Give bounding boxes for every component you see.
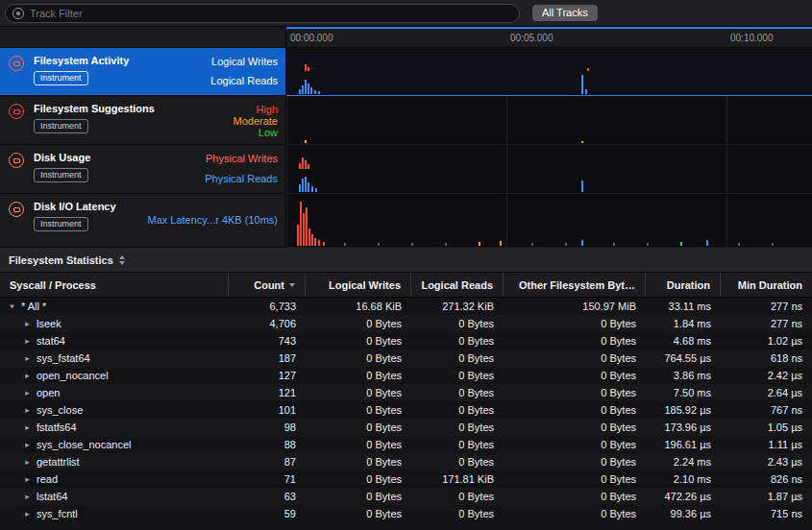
plot-area[interactable] bbox=[286, 48, 812, 248]
disclosure-collapsed-icon[interactable]: ▸ bbox=[23, 336, 32, 346]
chart-spike bbox=[311, 186, 313, 192]
track-row-filesystem-suggestions[interactable]: Filesystem SuggestionsInstrumentHighMode… bbox=[0, 96, 285, 145]
syscall-cell: ▸sys_fstat64 bbox=[0, 352, 229, 364]
track-plot-disk-i-o-latency[interactable] bbox=[286, 194, 812, 248]
disclosure-collapsed-icon[interactable]: ▸ bbox=[23, 319, 32, 328]
table-row-fstatfs64[interactable]: ▸fstatfs64980 Bytes0 Bytes0 Bytes173.96 … bbox=[0, 419, 812, 436]
table-row-lstat64[interactable]: ▸lstat64630 Bytes0 Bytes0 Bytes472.26 µs… bbox=[0, 488, 812, 505]
cell-count: 4,706 bbox=[229, 318, 306, 329]
chart-spike bbox=[308, 67, 309, 71]
cell-duration: 33.11 ms bbox=[646, 301, 721, 312]
cell-other-filesystem-bytes: 0 Bytes bbox=[504, 318, 646, 329]
table-row-sys-fcntl[interactable]: ▸sys_fcntl590 Bytes0 Bytes0 Bytes99.36 µ… bbox=[0, 505, 812, 522]
filesystem-suggestions-icon bbox=[9, 104, 24, 119]
cell-logical-writes: 0 Bytes bbox=[306, 439, 411, 450]
instrument-badge: Instrument bbox=[34, 168, 88, 182]
track-row-filesystem-activity[interactable]: Filesystem ActivityInstrumentLogical Wri… bbox=[0, 48, 285, 96]
cell-min-duration: 1.02 µs bbox=[721, 335, 812, 347]
table-row-sys-close-nocancel[interactable]: ▸sys_close_nocancel880 Bytes0 Bytes0 Byt… bbox=[0, 436, 812, 453]
table-row-lseek[interactable]: ▸lseek4,7060 Bytes0 Bytes0 Bytes1.84 ms2… bbox=[0, 315, 812, 332]
track-filter-input[interactable]: Track Filter bbox=[5, 4, 520, 23]
disclosure-collapsed-icon[interactable]: ▸ bbox=[23, 371, 32, 380]
disclosure-collapsed-icon[interactable]: ▸ bbox=[23, 353, 32, 363]
filesystem-activity-icon bbox=[9, 56, 24, 71]
chart-spike bbox=[318, 91, 320, 94]
chart-spike bbox=[310, 87, 312, 94]
cell-count: 63 bbox=[229, 491, 306, 502]
track-plot-filesystem-suggestions[interactable] bbox=[286, 96, 812, 145]
disclosure-collapsed-icon[interactable]: ▸ bbox=[23, 440, 32, 449]
cell-duration: 7.50 ms bbox=[646, 387, 721, 398]
column-header-count[interactable]: Count bbox=[229, 273, 306, 297]
cell-count: 59 bbox=[229, 508, 306, 519]
column-header-duration[interactable]: Duration bbox=[646, 273, 721, 297]
syscall-cell: ▸open bbox=[0, 387, 229, 398]
table-row-all[interactable]: ▾* All *6,73316.68 KiB271.32 KiB150.97 M… bbox=[0, 298, 812, 315]
cell-min-duration: 826 ns bbox=[721, 473, 812, 485]
column-header-logical-writes[interactable]: Logical Writes bbox=[306, 273, 411, 297]
track-label-logical-writes: Logical Writes bbox=[211, 56, 278, 67]
cell-duration: 173.96 µs bbox=[646, 422, 721, 433]
table-row-open[interactable]: ▸open1210 Bytes0 Bytes0 Bytes7.50 ms2.64… bbox=[0, 384, 812, 401]
column-header-label: Min Duration bbox=[738, 279, 802, 291]
syscall-cell: ▸getattrlist bbox=[0, 456, 229, 468]
table-row-read[interactable]: ▸read710 Bytes171.81 KiB0 Bytes2.10 ms82… bbox=[0, 470, 812, 488]
chart-spike bbox=[308, 229, 310, 246]
filesystem-suggestions-icon-glyph bbox=[13, 109, 20, 114]
all-tracks-button[interactable]: All Tracks bbox=[532, 5, 598, 21]
disclosure-collapsed-icon[interactable]: ▸ bbox=[23, 422, 32, 432]
disclosure-collapsed-icon[interactable]: ▸ bbox=[23, 492, 32, 501]
track-lane-labels: Logical WritesLogical Reads bbox=[210, 48, 278, 95]
statistics-table-header: Syscall / ProcessCountLogical WritesLogi… bbox=[0, 273, 812, 298]
track-label-low: Low bbox=[258, 127, 278, 138]
column-header-logical-reads[interactable]: Logical Reads bbox=[411, 273, 504, 297]
chart-spike bbox=[306, 207, 308, 246]
cell-duration: 2.10 ms bbox=[646, 473, 721, 485]
track-row-disk-i-o-latency[interactable]: Disk I/O LatencyInstrumentMax Latency...… bbox=[0, 194, 285, 248]
table-row-open-nocancel[interactable]: ▸open_nocancel1270 Bytes0 Bytes0 Bytes3.… bbox=[0, 367, 812, 384]
cell-other-filesystem-bytes: 0 Bytes bbox=[504, 352, 646, 364]
syscall-name: stat64 bbox=[37, 335, 65, 347]
detail-pane-popup-icon[interactable] bbox=[119, 255, 125, 265]
track-lane-labels: Max Latency...r 4KB (10ms) bbox=[147, 194, 278, 247]
cell-duration: 196.61 µs bbox=[646, 439, 721, 450]
chart-spike bbox=[344, 243, 346, 246]
track-plot-disk-usage[interactable] bbox=[286, 145, 812, 194]
cell-other-filesystem-bytes: 0 Bytes bbox=[504, 422, 646, 433]
disclosure-collapsed-icon[interactable]: ▸ bbox=[23, 388, 32, 398]
track-plot-filesystem-activity[interactable] bbox=[286, 48, 812, 96]
column-header-min-duration[interactable]: Min Duration bbox=[721, 273, 812, 297]
cell-logical-writes: 0 Bytes bbox=[306, 352, 411, 364]
disclosure-collapsed-icon[interactable]: ▸ bbox=[23, 457, 32, 467]
cell-other-filesystem-bytes: 0 Bytes bbox=[504, 387, 646, 398]
cell-logical-reads: 0 Bytes bbox=[411, 318, 504, 329]
disclosure-collapsed-icon[interactable]: ▸ bbox=[23, 474, 32, 484]
syscall-name: read bbox=[37, 473, 58, 485]
disk-io-latency-icon-glyph bbox=[13, 207, 20, 212]
disclosure-collapsed-icon[interactable]: ▸ bbox=[23, 509, 32, 518]
column-header-label: Logical Writes bbox=[329, 279, 401, 291]
chart-spike bbox=[587, 68, 589, 71]
cell-logical-writes: 0 Bytes bbox=[306, 318, 411, 329]
disclosure-expanded-icon[interactable]: ▾ bbox=[8, 301, 16, 311]
table-row-sys-close[interactable]: ▸sys_close1010 Bytes0 Bytes0 Bytes185.92… bbox=[0, 401, 812, 419]
syscall-cell: ▸stat64 bbox=[0, 335, 229, 347]
column-header-syscall-process[interactable]: Syscall / Process bbox=[0, 273, 229, 297]
cell-logical-writes: 0 Bytes bbox=[306, 456, 411, 468]
syscall-cell: ▸sys_fcntl bbox=[0, 508, 229, 519]
column-header-other-filesystem-byt[interactable]: Other Filesystem Byt… bbox=[504, 273, 646, 297]
table-row-sys-fstat64[interactable]: ▸sys_fstat641870 Bytes0 Bytes0 Bytes764.… bbox=[0, 349, 812, 367]
chart-spike bbox=[311, 234, 313, 246]
track-label-physical-writes: Physical Writes bbox=[206, 153, 278, 164]
chart-spike bbox=[303, 213, 305, 246]
cell-min-duration: 618 ns bbox=[721, 352, 812, 364]
disclosure-collapsed-icon[interactable]: ▸ bbox=[23, 405, 32, 415]
track-row-disk-usage[interactable]: Disk UsageInstrumentPhysical WritesPhysi… bbox=[0, 145, 285, 194]
detail-pane-title: Filesystem Statistics bbox=[9, 254, 113, 266]
table-row-getattrlist[interactable]: ▸getattrlist870 Bytes0 Bytes0 Bytes2.24 … bbox=[0, 453, 812, 470]
chart-spike bbox=[581, 141, 583, 143]
table-row-stat64[interactable]: ▸stat647430 Bytes0 Bytes0 Bytes4.68 ms1.… bbox=[0, 332, 812, 349]
cell-logical-reads: 0 Bytes bbox=[411, 508, 504, 519]
timeline-ruler[interactable]: 00:00.00000:05.00000:10.000 bbox=[286, 27, 812, 47]
cell-duration: 99.36 µs bbox=[646, 508, 721, 519]
